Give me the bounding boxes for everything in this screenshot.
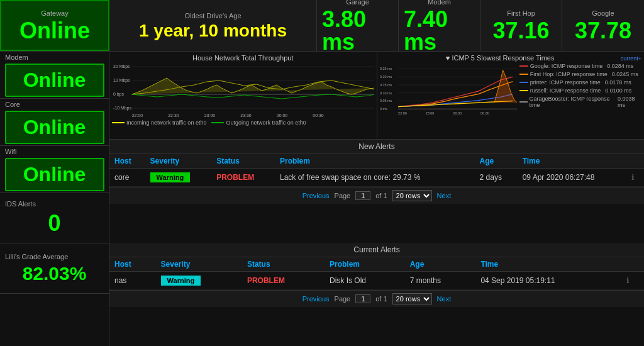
icmp-russell-label: russell: ICMP response time [530, 87, 601, 94]
modem-top-value: 7.40 ms [404, 8, 475, 53]
top-row: Gateway Online Oldest Drive's Age 1 year… [0, 0, 644, 52]
new-alerts-page-input[interactable] [355, 191, 370, 200]
svg-text:0.05 ms: 0.05 ms [380, 99, 392, 103]
new-alerts-page-label: Page [335, 192, 351, 199]
legend-incoming-label: Incoming network traffic on eth0 [126, 120, 206, 126]
icmp-chart-container: 0.25 ms 0.20 ms 0.15 ms 0.10 ms 0.05 ms … [380, 63, 642, 120]
sidebar-wifi-label: Wifi [5, 148, 16, 155]
current-alerts-col-info [621, 257, 644, 272]
legend-outgoing-label: Outgoing network traffic on eth0 [226, 120, 306, 126]
new-alerts-of-label: of 1 [375, 192, 387, 199]
sidebar-core: Core Online [0, 99, 109, 146]
sidebar-wifi: Wifi Online [0, 146, 109, 193]
new-alerts-status-label-1: PROBLEM [216, 173, 254, 182]
icmp-printer-label: printer: ICMP response time [530, 79, 601, 86]
current-alerts-page-input[interactable] [355, 294, 370, 303]
current-alerts-col-host: Host [109, 257, 156, 272]
new-alerts-rows-select[interactable]: 20 rows [392, 190, 432, 201]
oldest-drive-label: Oldest Drive's Age [184, 12, 241, 20]
new-alerts-prev[interactable]: Previous [303, 192, 330, 199]
legend-outgoing: Outgoing network traffic on eth0 [211, 120, 306, 126]
modem-top-label: Modem [428, 0, 451, 6]
first-hop-label: First Hop [507, 9, 535, 17]
current-alerts-block: Current Alerts Host Severity Status Prob… [109, 243, 644, 346]
throughput-chart: House Network Total Throughput 20 Mbps 1… [109, 52, 377, 139]
svg-text:0 bps: 0 bps [113, 92, 124, 97]
sidebar-ids-value: 0 [48, 210, 60, 237]
new-alerts-block: New Alerts Host Severity Status Problem … [109, 140, 644, 243]
current-alerts-col-status: Status [242, 257, 325, 272]
svg-text:0.15 ms: 0.15 ms [380, 83, 392, 87]
icmp-chart-title: ♥ ICMP 5 Slowest Response Times [380, 54, 621, 62]
svg-text:0 ms: 0 ms [380, 107, 387, 111]
icmp-svg: 0.25 ms 0.20 ms 0.15 ms 0.10 ms 0.05 ms … [380, 63, 517, 120]
current-alerts-problem-1: Disk Is Old [325, 272, 405, 290]
new-alerts-host-1: core [109, 169, 145, 187]
svg-text:0.25 ms: 0.25 ms [380, 67, 392, 70]
icmp-garage-label: GarageBooster: ICMP response time [530, 96, 613, 108]
new-alerts-info-1[interactable]: ℹ [626, 169, 644, 187]
sidebar-wifi-status: Online [5, 158, 104, 191]
icmp-legend-russell: russell: ICMP response time 0.0100 ms [519, 87, 641, 94]
icmp-chart: ♥ ICMP 5 Slowest Response Times current+… [377, 52, 645, 139]
sidebar: Modem Online Core Online Wifi Online IDS… [0, 52, 109, 346]
icmp-legend-firsthop: First Hop: ICMP response time 0.0245 ms [519, 71, 641, 77]
icmp-google-label: Google: ICMP response time [530, 63, 602, 69]
svg-text:0.20 ms: 0.20 ms [380, 75, 392, 79]
icmp-legend-garage: GarageBooster: ICMP response time 0.0038… [519, 96, 641, 108]
icmp-garage-value: 0.0038 ms [618, 96, 641, 108]
sidebar-core-status: Online [5, 111, 104, 144]
throughput-legend: Incoming network traffic on eth0 Outgoin… [112, 120, 374, 126]
current-alerts-title: Current Alerts [109, 243, 644, 257]
sidebar-core-label: Core [5, 101, 20, 108]
current-alerts-of-label: of 1 [375, 295, 387, 303]
svg-text:22:00: 22:00 [398, 111, 407, 115]
gateway-cell: Gateway Online [0, 0, 109, 51]
new-alerts-info-icon-1[interactable]: ℹ [631, 173, 635, 182]
google-cell: Google 37.78 [562, 0, 644, 51]
svg-text:23:00: 23:00 [204, 113, 215, 118]
new-alerts-col-time: Time [518, 154, 626, 169]
modem-top-cell: Modem 7.40 ms [399, 0, 480, 51]
gateway-label: Gateway [41, 9, 68, 17]
new-alerts-col-severity: Severity [145, 154, 212, 169]
new-alerts-col-status: Status [211, 154, 275, 169]
current-alerts-info-1[interactable]: ℹ [621, 272, 644, 290]
icmp-firsthop-value: 0.0245 ms [612, 71, 638, 77]
new-alerts-next[interactable]: Next [437, 192, 452, 199]
icmp-legend-google: Google: ICMP response time 0.0284 ms [519, 63, 641, 69]
icmp-printer-line [519, 82, 528, 83]
sidebar-modem-status: Online [5, 64, 104, 97]
sidebar-ids: IDS Alerts 0 [0, 193, 109, 243]
new-alerts-status-1: PROBLEM [211, 169, 275, 187]
svg-text:00:30: 00:30 [313, 113, 323, 118]
google-value: 37.78 [575, 20, 631, 42]
new-alerts-col-info [626, 154, 644, 169]
current-alerts-severity-1: Warning [156, 272, 242, 290]
new-alerts-pagination: Previous Page of 1 20 rows Next [109, 187, 644, 204]
icmp-google-line [519, 65, 528, 67]
svg-text:00:00: 00:00 [277, 113, 287, 118]
legend-incoming: Incoming network traffic on eth0 [112, 120, 206, 126]
new-alerts-col-age: Age [475, 154, 518, 169]
new-alerts-header-row: Host Severity Status Problem Age Time [109, 154, 644, 169]
sidebar-modem-label: Modem [5, 53, 28, 61]
oldest-drive-value: 1 year, 10 months [139, 22, 287, 40]
icmp-russell-line [519, 90, 528, 91]
gateway-value: Online [19, 20, 90, 42]
icmp-garage-line [519, 101, 528, 103]
current-alerts-row-1: nas Warning PROBLEM Disk Is Old 7 months… [109, 272, 644, 290]
icmp-printer-value: 0.0178 ms [605, 79, 631, 86]
garage-value: 3.80 ms [322, 8, 393, 53]
new-alerts-col-problem: Problem [275, 154, 475, 169]
new-alerts-age-1: 2 days [475, 169, 518, 187]
current-alerts-host-1: nas [109, 272, 156, 290]
current-alerts-prev[interactable]: Previous [303, 295, 330, 303]
legend-incoming-line [112, 122, 125, 123]
current-alerts-badge-1: Warning [161, 276, 201, 286]
new-alerts-row-1: core Warning PROBLEM Lack of free swap s… [109, 169, 644, 187]
current-alerts-rows-select[interactable]: 20 rows [392, 293, 432, 304]
current-alerts-info-icon-1[interactable]: ℹ [626, 276, 630, 285]
current-alerts-next[interactable]: Next [437, 295, 452, 303]
icmp-legend-values: Google: ICMP response time 0.0284 ms Fir… [517, 63, 641, 120]
